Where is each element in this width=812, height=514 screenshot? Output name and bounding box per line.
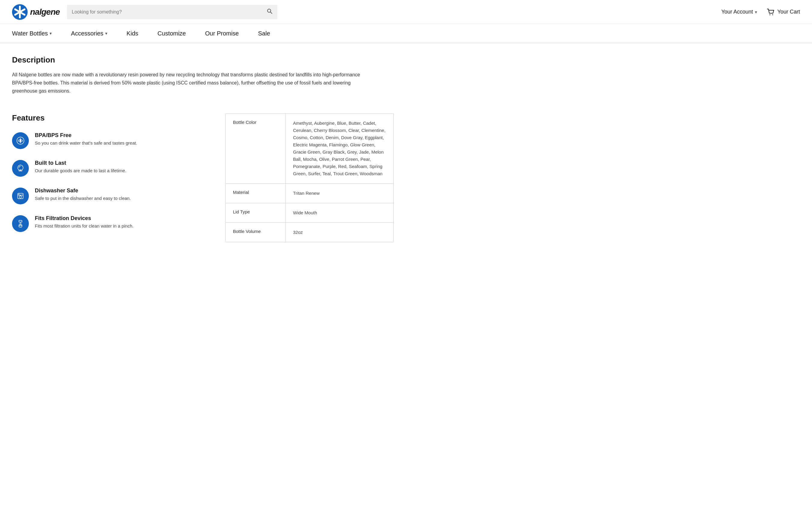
feature-filtration-name: Fits Filtration Devices	[35, 215, 134, 222]
nav-item-our-promise[interactable]: Our Promise	[196, 24, 249, 43]
features-specs-container: Features BPA/BPS Free So you can drink w…	[12, 113, 394, 243]
built-icon-circle	[12, 160, 29, 177]
search-icon	[266, 8, 272, 14]
dishwasher-icon-circle	[12, 188, 29, 204]
spec-row-bottle-volume: Bottle Volume 32oz	[226, 223, 394, 242]
search-input[interactable]	[72, 9, 266, 15]
filtration-icon	[16, 219, 25, 228]
account-button[interactable]: Your Account ▾	[721, 9, 757, 15]
site-header: nalgene Your Account ▾ Your Cart	[0, 0, 812, 24]
search-bar[interactable]	[67, 5, 278, 19]
built-icon	[16, 164, 25, 173]
features-section: Features BPA/BPS Free So you can drink w…	[12, 113, 225, 243]
bpa-icon-circle	[12, 132, 29, 149]
nav-item-sale[interactable]: Sale	[249, 24, 280, 43]
feature-filtration-desc: Fits most filtration units for clean wat…	[35, 223, 134, 230]
svg-line-11	[270, 12, 272, 14]
nav-customize-label: Customize	[157, 30, 186, 37]
description-text: All Nalgene bottles are now made with a …	[12, 70, 373, 95]
cart-button[interactable]: Your Cart	[766, 8, 800, 16]
svg-point-12	[769, 14, 770, 15]
logo-text: nalgene	[30, 7, 60, 17]
feature-dishwasher-desc: Safe to put in the dishwasher and easy t…	[35, 195, 131, 202]
feature-built-text: Built to Last Our durable goods are made…	[35, 160, 126, 174]
feature-bpa-desc: So you can drink water that's safe and t…	[35, 140, 137, 147]
features-title: Features	[12, 113, 213, 123]
svg-point-18	[19, 194, 20, 195]
nav-item-water-bottles[interactable]: Water Bottles ▾	[12, 24, 61, 43]
feature-bpa-name: BPA/BPS Free	[35, 132, 137, 139]
svg-rect-20	[19, 220, 22, 222]
nav-accessories-chevron: ▾	[105, 31, 107, 36]
nav-sale-label: Sale	[258, 30, 270, 37]
feature-bpa-bps-free: BPA/BPS Free So you can drink water that…	[12, 132, 213, 149]
feature-dishwasher-text: Dishwasher Safe Safe to put in the dishw…	[35, 188, 131, 202]
spec-row-material: Material Tritan Renew	[226, 184, 394, 203]
header-right: Your Account ▾ Your Cart	[721, 8, 800, 16]
feature-built-to-last: Built to Last Our durable goods are made…	[12, 160, 213, 177]
spec-row-bottle-color: Bottle Color Amethyst, Aubergine, Blue, …	[226, 114, 394, 184]
feature-dishwasher-name: Dishwasher Safe	[35, 188, 131, 194]
spec-label-bottle-volume: Bottle Volume	[226, 223, 286, 242]
logo[interactable]: nalgene	[12, 4, 60, 20]
feature-dishwasher-safe: Dishwasher Safe Safe to put in the dishw…	[12, 188, 213, 204]
spec-value-material: Tritan Renew	[286, 184, 394, 203]
svg-point-8	[14, 14, 16, 16]
logo-icon	[12, 4, 28, 20]
account-label: Your Account	[721, 9, 753, 15]
main-content: Description All Nalgene bottles are now …	[0, 43, 406, 261]
spec-value-bottle-volume: 32oz	[286, 223, 394, 242]
svg-point-5	[19, 17, 21, 18]
account-chevron-icon: ▾	[755, 10, 757, 15]
svg-point-13	[772, 14, 773, 15]
nav-item-kids[interactable]: Kids	[117, 24, 148, 43]
feature-built-desc: Our durable goods are made to last a lif…	[35, 167, 126, 174]
bpa-icon	[16, 136, 25, 145]
svg-point-4	[19, 6, 21, 7]
spec-label-material: Material	[226, 184, 286, 203]
cart-label: Your Cart	[778, 9, 800, 15]
feature-fits-filtration: Fits Filtration Devices Fits most filtra…	[12, 215, 213, 232]
search-button[interactable]	[266, 8, 272, 16]
spec-row-lid-type: Lid Type Wide Mouth	[226, 203, 394, 223]
description-section: Description All Nalgene bottles are now …	[12, 55, 394, 95]
specs-table: Bottle Color Amethyst, Aubergine, Blue, …	[225, 113, 394, 242]
nav-accessories-label: Accessories	[71, 30, 104, 37]
nav-kids-label: Kids	[126, 30, 138, 37]
nav-item-accessories[interactable]: Accessories ▾	[61, 24, 117, 43]
filtration-icon-circle	[12, 215, 29, 232]
feature-filtration-text: Fits Filtration Devices Fits most filtra…	[35, 215, 134, 230]
svg-point-7	[24, 8, 26, 10]
svg-point-6	[14, 8, 16, 10]
nav-item-customize[interactable]: Customize	[148, 24, 195, 43]
spec-label-lid-type: Lid Type	[226, 203, 286, 223]
feature-bpa-text: BPA/BPS Free So you can drink water that…	[35, 132, 137, 147]
nav-water-bottles-chevron: ▾	[50, 31, 52, 36]
spec-value-lid-type: Wide Mouth	[286, 203, 394, 223]
main-nav: Water Bottles ▾ Accessories ▾ Kids Custo…	[0, 24, 812, 43]
spec-value-bottle-color: Amethyst, Aubergine, Blue, Butter, Cadet…	[286, 114, 394, 183]
dishwasher-icon	[16, 192, 25, 200]
nav-water-bottles-label: Water Bottles	[12, 30, 48, 37]
feature-built-name: Built to Last	[35, 160, 126, 166]
nav-our-promise-label: Our Promise	[205, 30, 239, 37]
description-title: Description	[12, 55, 394, 65]
cart-icon	[766, 8, 775, 16]
spec-label-bottle-color: Bottle Color	[226, 114, 286, 183]
svg-point-16	[20, 140, 21, 141]
svg-point-9	[24, 14, 26, 16]
